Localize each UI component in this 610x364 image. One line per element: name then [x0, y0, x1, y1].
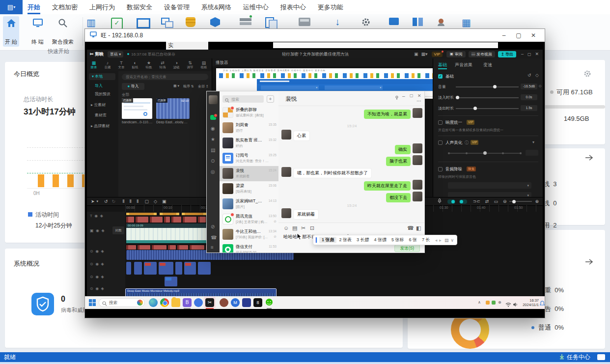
tool-text[interactable]: T文本: [114, 58, 128, 71]
subtitle-clip[interactable]: [171, 217, 181, 223]
audio-clip[interactable]: [159, 262, 173, 275]
active-app-highlight[interactable]: ✂: [204, 297, 216, 308]
undo-icon[interactable]: ↺: [104, 199, 108, 204]
wechat-icon[interactable]: [265, 298, 274, 307]
export-button[interactable]: ↥ 导出: [498, 51, 516, 57]
tray-expand-icon[interactable]: ∧: [478, 300, 481, 305]
arrow-right-icon[interactable]: [584, 154, 593, 163]
nav-cloud[interactable]: ▸ 云素材: [91, 102, 106, 108]
gear-icon[interactable]: [361, 18, 370, 27]
tab-ops-center[interactable]: 运维中心: [243, 0, 269, 14]
marker-clip[interactable]: [160, 213, 179, 215]
contact-item[interactable]: 牛比王和他的好兄...13:34[730条] 英国评价: [图片] ⊘: [220, 227, 278, 242]
server-icon[interactable]: [240, 18, 251, 21]
voice-value[interactable]: [526, 150, 538, 156]
tool-template[interactable]: ▤模板: [197, 58, 211, 71]
taskbar-clock[interactable]: 16:37 2024/11/1: [520, 298, 539, 307]
chrome-icon[interactable]: [160, 298, 169, 307]
audio-clip[interactable]: [126, 262, 131, 275]
start-button[interactable]: [89, 299, 96, 306]
tray-icon[interactable]: [492, 301, 496, 305]
zoom-out-icon[interactable]: ⊖: [503, 199, 507, 204]
denoise-checkbox[interactable]: [438, 167, 443, 171]
grid-icon[interactable]: ▣: [414, 52, 418, 56]
redo-icon[interactable]: ↻: [112, 199, 116, 204]
tool-sticker[interactable]: ◐贴纸: [128, 58, 142, 71]
volume-icon[interactable]: [513, 300, 518, 309]
close-button[interactable]: ✕: [417, 93, 421, 98]
favorites-icon[interactable]: ★: [211, 137, 215, 142]
docs-icon[interactable]: [265, 17, 274, 28]
add-chat-button[interactable]: +: [267, 95, 274, 103]
nav-local[interactable]: ▾ 本地: [89, 73, 115, 80]
task-center-link[interactable]: 任务中心: [567, 353, 590, 362]
navy-app-icon[interactable]: [242, 298, 251, 307]
filter-button[interactable]: 全部 ↥: [198, 84, 209, 89]
ime-candidate[interactable]: 4 张骠: [371, 237, 389, 243]
tab-sound-effects[interactable]: 声音效果: [455, 62, 472, 68]
preview-axis-icon[interactable]: ▭: [494, 199, 498, 204]
subtitle-clip[interactable]: [126, 217, 134, 223]
tab-web-behavior[interactable]: 上网行为: [89, 0, 115, 14]
keyframe-icon[interactable]: ◇: [535, 73, 539, 78]
subtitle-clip[interactable]: [198, 217, 206, 223]
tool-transition[interactable]: ⇄转场: [156, 58, 169, 71]
checklist-icon[interactable]: ✓: [111, 18, 123, 29]
tab-sys-network[interactable]: 系统&网络: [201, 0, 231, 14]
taskbar-search[interactable]: 搜索: [99, 298, 145, 307]
tab-doc-encrypt[interactable]: 文档加密: [52, 0, 78, 14]
nav-brand[interactable]: ▸ 品牌素材: [91, 123, 110, 129]
tool-adjust[interactable]: ⇅调节: [183, 58, 197, 71]
fade-out-slider[interactable]: [456, 108, 519, 109]
video-call-icon[interactable]: ◧: [416, 225, 421, 231]
wechat-search-input[interactable]: 搜索: [222, 95, 264, 103]
purple-app-icon[interactable]: B: [183, 298, 192, 307]
reset-icon[interactable]: ↺: [527, 73, 531, 78]
marker-clip[interactable]: [126, 213, 157, 215]
send-button[interactable]: 发送(S): [394, 245, 420, 252]
report-icon[interactable]: ▥: [86, 17, 97, 28]
black-app-icon[interactable]: 8: [253, 298, 262, 307]
more-icon[interactable]: ⋯: [416, 98, 421, 104]
audio-track-header[interactable]: ⊙ ◉ ◈: [90, 262, 104, 266]
screenshot-icon[interactable]: ✂: [301, 225, 305, 231]
panels-icon[interactable]: [413, 18, 417, 26]
arrow-right-icon[interactable]: [584, 258, 593, 267]
app-logo[interactable]: ▤▾: [0, 0, 23, 14]
screen-icon[interactable]: [389, 18, 399, 25]
avatar[interactable]: [209, 95, 218, 104]
layout-icon[interactable]: ▦▾: [421, 52, 428, 56]
draft-menu-button[interactable]: 草稿 ▾: [108, 51, 123, 57]
chevron-down-icon[interactable]: ▾: [532, 140, 534, 144]
menu-icon[interactable]: ≡: [211, 245, 214, 250]
voice-checkbox[interactable]: [438, 140, 443, 145]
preview-toggle[interactable]: [459, 199, 467, 204]
basic-checkbox[interactable]: ✓: [438, 74, 443, 79]
remote-window-titlebar[interactable]: 旺 - 192.168.0.8 – ▢ ✕: [85, 29, 545, 42]
video-thumbnail[interactable]: 已添加: [122, 98, 152, 119]
tab-report-center[interactable]: 报表中心: [280, 0, 306, 14]
ime-candidate[interactable]: 1 张彪: [319, 237, 337, 243]
ime-candidate[interactable]: 2 张表: [336, 237, 354, 243]
tray-icon[interactable]: [486, 301, 490, 305]
contact-item[interactable]: 刘闵青15:35还行: [220, 120, 278, 136]
tab-basic[interactable]: 基础: [438, 62, 447, 68]
database-icon[interactable]: [186, 17, 195, 27]
mic-icon[interactable]: [438, 198, 442, 204]
voice-call-icon[interactable]: ☎: [407, 225, 414, 231]
close-button[interactable]: ✕: [535, 52, 539, 56]
maximize-button[interactable]: ▢: [410, 93, 414, 98]
channels-icon[interactable]: ◎: [211, 169, 215, 174]
contact-item[interactable]: 腾讯充值13:50[2条] 王者荣耀 | 购买成... ⊘: [220, 212, 278, 227]
voice-slider[interactable]: [448, 153, 522, 154]
sort-button[interactable]: 顺序 ⇅: [183, 84, 194, 89]
device-panel-icon[interactable]: [299, 18, 310, 26]
contact-item[interactable]: 折叠的群聊微试康科技: [表情]: [220, 105, 278, 120]
fade-out-value[interactable]: 1.5s: [521, 105, 537, 111]
volume-value[interactable]: -16.5dB: [521, 84, 537, 89]
magnet-icon[interactable]: ⊃⊂: [473, 199, 480, 204]
ribbon-terminal-button[interactable]: 终 端: [29, 16, 46, 47]
delete-icon[interactable]: ▢: [144, 199, 149, 204]
m-app-icon[interactable]: M: [231, 298, 240, 307]
maximize-button[interactable]: ▢: [511, 32, 526, 39]
